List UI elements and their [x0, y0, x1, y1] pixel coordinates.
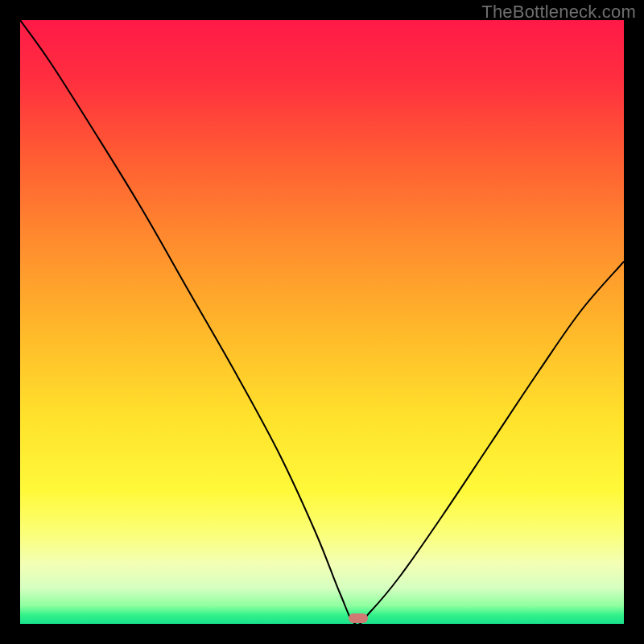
plot-area	[20, 20, 624, 624]
optimum-marker	[349, 613, 368, 623]
bottleneck-curve	[20, 20, 624, 624]
watermark-text: TheBottleneck.com	[481, 2, 636, 23]
curve-line	[20, 20, 624, 624]
chart-container: TheBottleneck.com	[0, 0, 644, 644]
